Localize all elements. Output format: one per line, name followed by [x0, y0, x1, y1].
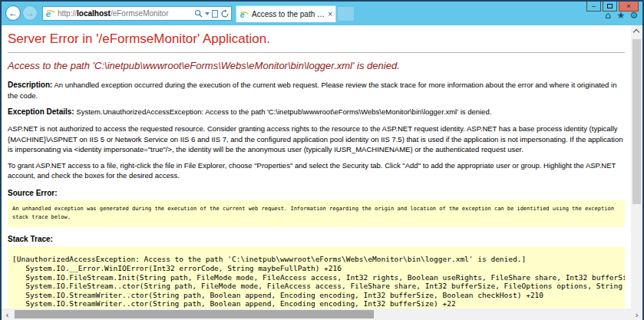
vertical-scrollbar[interactable]: [631, 25, 642, 308]
grant-access-paragraph: To grant ASP.NET access to a file, right…: [8, 160, 625, 181]
stack-trace-box: [UnauthorizedAccessException: Access to …: [8, 246, 625, 308]
stack-trace-label: Stack Trace:: [8, 235, 631, 243]
new-tab-button[interactable]: [338, 7, 354, 21]
tab-close-icon[interactable]: ×: [328, 10, 332, 18]
home-icon[interactable]: ⌂: [603, 11, 613, 20]
divider: [8, 52, 625, 53]
settings-gear-icon[interactable]: ⚙: [629, 11, 639, 20]
description-label: Description:: [8, 81, 52, 89]
compatibility-view-icon[interactable]: [212, 10, 218, 18]
tab-favicon: e: [239, 10, 249, 19]
search-icon[interactable]: [194, 9, 203, 18]
address-dropdown-icon[interactable]: [205, 12, 210, 15]
exception-details-label: Exception Details:: [8, 107, 74, 116]
ie-favicon: e: [45, 8, 55, 18]
description-paragraph: Description: An unhandled exception occu…: [8, 80, 625, 101]
browser-tab[interactable]: e Access to the path 'C:\inetp... ×: [236, 5, 336, 22]
error-page: Server Error in '/eFormseMonitor' Applic…: [2, 25, 631, 308]
asp-identity-paragraph: ASP.NET is not authorized to access the …: [8, 124, 625, 154]
page-title: Server Error in '/eFormseMonitor' Applic…: [8, 31, 631, 47]
browser-window: ← → e http://localhost/eFormseMonitor: [0, 0, 644, 320]
address-bar[interactable]: e http://localhost/eFormseMonitor: [42, 6, 232, 21]
description-text: An unhandled exception occurred during t…: [8, 81, 616, 100]
minimize-button[interactable]: –: [586, 2, 601, 12]
tab-title: Access to the path 'C:\inetp...: [252, 10, 325, 18]
scroll-right-icon[interactable]: ›: [631, 308, 642, 320]
url-prefix: http://: [58, 9, 77, 18]
back-icon: ←: [8, 8, 18, 18]
page-content: Server Error in '/eFormseMonitor' Applic…: [2, 25, 642, 320]
browser-toolbar: ⌂ ★ ⚙: [603, 11, 639, 20]
svg-text:e: e: [240, 10, 245, 19]
exception-details-text: System.UnauthorizedAccessException: Acce…: [74, 107, 492, 116]
scroll-up-icon[interactable]: [633, 29, 639, 35]
favorites-star-icon[interactable]: ★: [616, 11, 626, 20]
url-path: /eFormseMonitor: [111, 9, 169, 18]
url-host: localhost: [77, 9, 111, 18]
refresh-icon[interactable]: [220, 9, 230, 18]
source-error-label: Source Error:: [8, 189, 631, 197]
scroll-left-icon[interactable]: ‹: [2, 308, 13, 320]
exception-details-paragraph: Exception Details: System.UnauthorizedAc…: [8, 107, 625, 117]
close-icon: ×: [626, 3, 630, 10]
horizontal-scroll-thumb[interactable]: [15, 310, 374, 318]
horizontal-scrollbar[interactable]: ‹ ›: [2, 308, 642, 320]
stack-trace-text: [UnauthorizedAccessException: Access to …: [8, 246, 625, 308]
url-text: http://localhost/eFormseMonitor: [58, 9, 194, 18]
source-error-text: An unhandled exception was generated dur…: [8, 200, 625, 228]
back-button[interactable]: ←: [5, 5, 21, 21]
minimize-icon: –: [592, 3, 596, 10]
browser-chrome: ← → e http://localhost/eFormseMonitor: [2, 2, 642, 25]
vertical-scroll-thumb[interactable]: [632, 39, 641, 204]
forward-button[interactable]: →: [22, 5, 38, 21]
forward-icon: →: [25, 8, 35, 18]
source-error-box: An unhandled exception was generated dur…: [8, 200, 625, 228]
error-message: Access to the path 'C:\inetpub\wwwroot\e…: [8, 60, 631, 71]
maximize-icon: [607, 4, 613, 8]
